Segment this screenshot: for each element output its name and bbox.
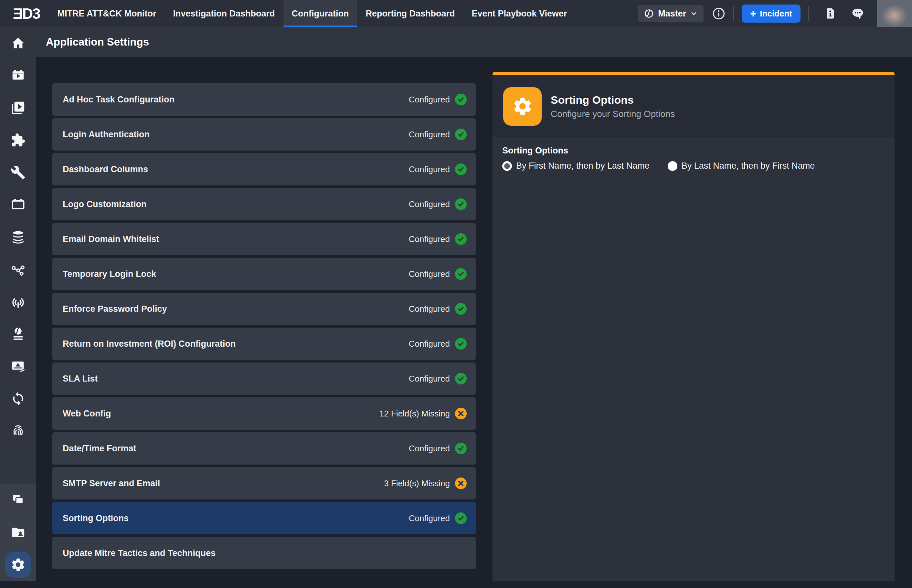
active-pill (5, 552, 31, 578)
detail-panel: Sorting Options Configure your Sorting O… (493, 72, 894, 581)
folder-user-icon (11, 525, 26, 540)
sidebar-item-puzzle-extension[interactable] (0, 124, 36, 157)
nav-item-reporting-dashboard[interactable]: Reporting Dashboard (357, 0, 463, 27)
settings-row-label: Login Authentication (63, 129, 409, 140)
sorting-option-2[interactable]: By Last Name, then by First Name (668, 161, 815, 171)
settings-row-logo-customization[interactable]: Logo CustomizationConfigured (52, 188, 476, 220)
settings-row-label: Ad Hoc Task Configuration (63, 95, 409, 105)
settings-row-sla-list[interactable]: SLA ListConfigured (52, 362, 476, 395)
windows-copy-icon (11, 493, 26, 507)
info-icon[interactable] (712, 7, 726, 20)
sidebar-item-windows-copy[interactable] (0, 484, 36, 516)
settings-row-dashboard-columns[interactable]: Dashboard ColumnsConfigured (52, 153, 476, 186)
panel-head-text: Sorting Options Configure your Sorting O… (551, 94, 675, 119)
settings-row-sorting-options[interactable]: Sorting OptionsConfigured (52, 502, 476, 535)
sidebar-item-tools-build[interactable] (0, 157, 36, 189)
sidebar-item-folder-user[interactable] (0, 516, 36, 549)
settings-row-smtp-server-and-email[interactable]: SMTP Server and Email3 Field(s) Missing (52, 467, 476, 499)
sidebar-item-fingerprint[interactable] (0, 415, 36, 447)
release-notes-icon[interactable] (823, 6, 838, 21)
sidebar-item-share-network[interactable] (0, 253, 36, 286)
settings-row-date-time-format[interactable]: Date/Time FormatConfigured (52, 432, 476, 465)
settings-row-web-config[interactable]: Web Config12 Field(s) Missing (52, 397, 476, 430)
configured-check-icon (455, 94, 467, 105)
settings-row-enforce-password-policy[interactable]: Enforce Password PolicyConfigured (52, 293, 476, 325)
settings-row-label: Return on Investment (ROI) Configuration (63, 339, 409, 349)
sidebar-spacer (0, 447, 36, 484)
settings-row-status: Configured (409, 269, 450, 279)
divider (733, 6, 734, 21)
radio-selected[interactable] (502, 161, 512, 171)
plus-icon: + (750, 9, 756, 19)
settings-row-temporary-login-lock[interactable]: Temporary Login LockConfigured (52, 258, 476, 290)
panel-accent-bar (493, 72, 894, 75)
nav-item-event-playbook-viewer[interactable]: Event Playbook Viewer (463, 0, 575, 27)
share-network-icon (11, 262, 26, 277)
top-navbar: ƎD3 MITRE ATT&CK MonitorInvestigation Da… (0, 0, 912, 27)
settings-row-label: Web Config (63, 409, 379, 419)
missing-x-icon (455, 478, 467, 489)
settings-row-status: Configured (409, 165, 450, 174)
panel-title: Sorting Options (551, 94, 675, 106)
settings-row-label: Dashboard Columns (63, 165, 409, 174)
sidebar-item-globe-lines[interactable] (0, 318, 36, 350)
page-column: Application Settings Ad Hoc Task Configu… (36, 27, 912, 581)
settings-row-label: SMTP Server and Email (63, 478, 384, 488)
sidebar-item-monitor-frame[interactable] (0, 189, 36, 221)
configured-check-icon (455, 233, 467, 245)
tenant-selector[interactable]: Master (638, 5, 703, 22)
sidebar-item-database[interactable] (0, 221, 36, 253)
main-area: Application Settings Ad Hoc Task Configu… (0, 27, 912, 581)
database-icon (11, 230, 26, 245)
radio-unselected[interactable] (668, 161, 678, 171)
nav-item-investigation-dashboard[interactable]: Investigation Dashboard (165, 0, 283, 27)
sidebar-item-settings-gear[interactable] (0, 549, 36, 581)
settings-row-update-mitre-tactics-and-techniques[interactable]: Update Mitre Tactics and Techniques (52, 537, 476, 569)
radio-label[interactable]: By Last Name, then by First Name (682, 161, 815, 171)
settings-row-label: Date/Time Format (63, 444, 409, 454)
globe-icon (644, 8, 654, 19)
user-avatar[interactable] (877, 0, 912, 27)
configured-check-icon (455, 199, 467, 210)
configured-check-icon (455, 163, 467, 175)
settings-list: Ad Hoc Task ConfigurationConfiguredLogin… (52, 83, 476, 572)
settings-row-ad-hoc-task-configuration[interactable]: Ad Hoc Task ConfigurationConfigured (52, 83, 476, 116)
puzzle-extension-icon (11, 133, 26, 148)
settings-row-label: SLA List (63, 374, 409, 384)
panel-header: Sorting Options Configure your Sorting O… (493, 75, 894, 137)
globe-lines-icon (11, 326, 26, 341)
sidebar-item-video-library[interactable] (0, 92, 36, 124)
sidebar-item-sync-arrows[interactable] (0, 383, 36, 415)
primary-nav: MITRE ATT&CK MonitorInvestigation Dashbo… (49, 0, 575, 27)
navbar-right: Master + Incident (638, 0, 912, 27)
left-sidebar (0, 27, 36, 581)
new-incident-button[interactable]: + Incident (742, 5, 800, 23)
home-icon (11, 36, 26, 51)
brand-logo[interactable]: ƎD3 (13, 5, 40, 22)
configured-check-icon (455, 303, 467, 315)
configured-check-icon (455, 443, 467, 454)
chat-feedback-icon[interactable] (850, 6, 865, 21)
page-title: Application Settings (46, 36, 149, 48)
sorting-option-1[interactable]: By First Name, then by Last Name (502, 161, 650, 171)
settings-row-status: Configured (409, 339, 450, 349)
tenant-label: Master (658, 9, 686, 19)
settings-row-login-authentication[interactable]: Login AuthenticationConfigured (52, 118, 476, 150)
sidebar-item-antenna-signal[interactable] (0, 286, 36, 318)
nav-item-configuration[interactable]: Configuration (283, 0, 357, 27)
sidebar-item-incident-report[interactable] (0, 350, 36, 383)
configured-check-icon (455, 512, 467, 524)
settings-row-return-on-investment-roi-configuration[interactable]: Return on Investment (ROI) Configuration… (52, 328, 476, 360)
incident-report-icon (11, 359, 26, 374)
settings-row-status: Configured (409, 95, 450, 105)
sidebar-item-home[interactable] (0, 27, 36, 60)
sidebar-item-calendar-play[interactable] (0, 60, 36, 92)
radio-label[interactable]: By First Name, then by Last Name (516, 161, 650, 171)
fingerprint-icon (11, 423, 26, 438)
nav-item-mitre-att-ck-monitor[interactable]: MITRE ATT&CK Monitor (49, 0, 165, 27)
settings-row-label: Sorting Options (63, 514, 409, 523)
settings-row-email-domain-whitelist[interactable]: Email Domain WhitelistConfigured (52, 223, 476, 255)
settings-row-label: Enforce Password Policy (63, 304, 409, 314)
sorting-options-group: By First Name, then by Last NameBy Last … (502, 161, 894, 171)
configured-check-icon (455, 338, 467, 350)
